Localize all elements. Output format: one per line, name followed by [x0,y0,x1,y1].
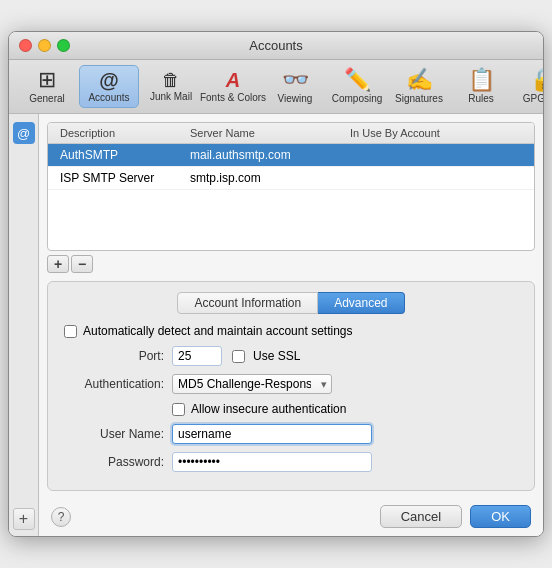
username-input[interactable] [172,424,372,444]
authentication-row: Authentication: None MD5 Challenge-Respo… [64,374,518,394]
viewing-icon: 👓 [282,69,309,91]
row-description-0: AuthSMTP [56,147,186,163]
toolbar-item-general[interactable]: ⊞ General [17,64,77,109]
tab-account-information[interactable]: Account Information [177,292,318,314]
rules-icon: 📋 [468,69,495,91]
use-ssl-checkbox[interactable] [232,350,245,363]
port-label: Port: [64,349,164,363]
table-row[interactable]: AuthSMTP mail.authsmtp.com [48,144,534,167]
junkmail-icon: 🗑 [162,71,180,89]
toolbar-item-accounts[interactable]: @ Accounts [79,65,139,108]
toolbar-item-gpgmail[interactable]: 🔒 GPGMail [513,64,544,109]
username-row: User Name: [64,424,518,444]
auto-detect-checkbox[interactable] [64,325,77,338]
toolbar-label-general: General [29,93,65,104]
gpgmail-icon: 🔒 [530,69,545,91]
signatures-icon: ✍️ [406,69,433,91]
close-button[interactable] [19,39,32,52]
table-row[interactable]: ISP SMTP Server smtp.isp.com [48,167,534,190]
ok-button[interactable]: OK [470,505,531,528]
main-window: Accounts ⊞ General @ Accounts 🗑 Junk Mai… [8,31,544,537]
fonts-colors-icon: A [226,70,240,90]
cancel-button[interactable]: Cancel [380,505,462,528]
password-row: Password: [64,452,518,472]
window-title: Accounts [249,38,302,53]
port-row: Port: Use SSL [64,346,518,366]
add-server-button[interactable]: + [47,255,69,273]
toolbar-label-accounts: Accounts [88,92,129,103]
tab-advanced[interactable]: Advanced [318,292,404,314]
toolbar-item-rules[interactable]: 📋 Rules [451,64,511,109]
row-server-1: smtp.isp.com [186,170,346,186]
auto-detect-row: Automatically detect and maintain accoun… [64,324,518,338]
password-label: Password: [64,455,164,469]
table-empty-space [48,190,534,250]
row-inuse-1 [346,170,526,186]
accounts-icon: @ [99,70,119,90]
sidebar-add-account-button[interactable]: + [13,508,35,530]
sidebar-account-at-icon: @ [17,126,30,141]
toolbar-label-viewing: Viewing [278,93,313,104]
right-panel: Description Server Name In Use By Accoun… [39,114,543,536]
toolbar-label-fonts-colors: Fonts & Colors [200,92,266,103]
auth-label: Authentication: [64,377,164,391]
general-icon: ⊞ [38,69,56,91]
toolbar-label-composing: Composing [332,93,383,104]
server-table: Description Server Name In Use By Accoun… [47,122,535,251]
insecure-auth-checkbox[interactable] [172,403,185,416]
toolbar: ⊞ General @ Accounts 🗑 Junk Mail A Fonts… [9,60,543,114]
col-header-inuse: In Use By Account [346,125,526,141]
toolbar-item-junkmail[interactable]: 🗑 Junk Mail [141,66,201,107]
ssl-label: Use SSL [253,349,300,363]
sidebar: @ + [9,114,39,536]
table-controls: + − [47,255,535,273]
remove-server-button[interactable]: − [71,255,93,273]
auth-select[interactable]: None MD5 Challenge-Response Password NTL… [172,374,332,394]
toolbar-item-composing[interactable]: ✏️ Composing [327,64,387,109]
insecure-auth-row: Allow insecure authentication [64,402,518,416]
row-description-1: ISP SMTP Server [56,170,186,186]
password-input[interactable] [172,452,372,472]
toolbar-item-fonts-colors[interactable]: A Fonts & Colors [203,65,263,108]
window-controls [19,39,70,52]
toolbar-label-signatures: Signatures [395,93,443,104]
auth-select-wrapper: None MD5 Challenge-Response Password NTL… [172,374,332,394]
title-bar: Accounts [9,32,543,60]
minimize-button[interactable] [38,39,51,52]
maximize-button[interactable] [57,39,70,52]
insecure-auth-label: Allow insecure authentication [191,402,346,416]
row-server-0: mail.authsmtp.com [186,147,346,163]
table-header: Description Server Name In Use By Accoun… [48,123,534,144]
toolbar-label-junkmail: Junk Mail [150,91,192,102]
col-header-server: Server Name [186,125,346,141]
toolbar-item-viewing[interactable]: 👓 Viewing [265,64,325,109]
row-inuse-0 [346,147,526,163]
bottom-bar: ? Cancel OK [39,499,543,536]
port-input[interactable] [172,346,222,366]
composing-icon: ✏️ [344,69,371,91]
username-label: User Name: [64,427,164,441]
sidebar-account-item[interactable]: @ [13,122,35,144]
help-button[interactable]: ? [51,507,71,527]
toolbar-item-signatures[interactable]: ✍️ Signatures [389,64,449,109]
main-body: @ + Description Server Name In Use By Ac… [9,114,543,536]
settings-panel: Account Information Advanced Automatical… [47,281,535,491]
toolbar-label-rules: Rules [468,93,494,104]
col-header-description: Description [56,125,186,141]
settings-tabs: Account Information Advanced [64,292,518,314]
auto-detect-label: Automatically detect and maintain accoun… [83,324,352,338]
action-buttons: Cancel OK [380,505,531,528]
toolbar-label-gpgmail: GPGMail [523,93,544,104]
